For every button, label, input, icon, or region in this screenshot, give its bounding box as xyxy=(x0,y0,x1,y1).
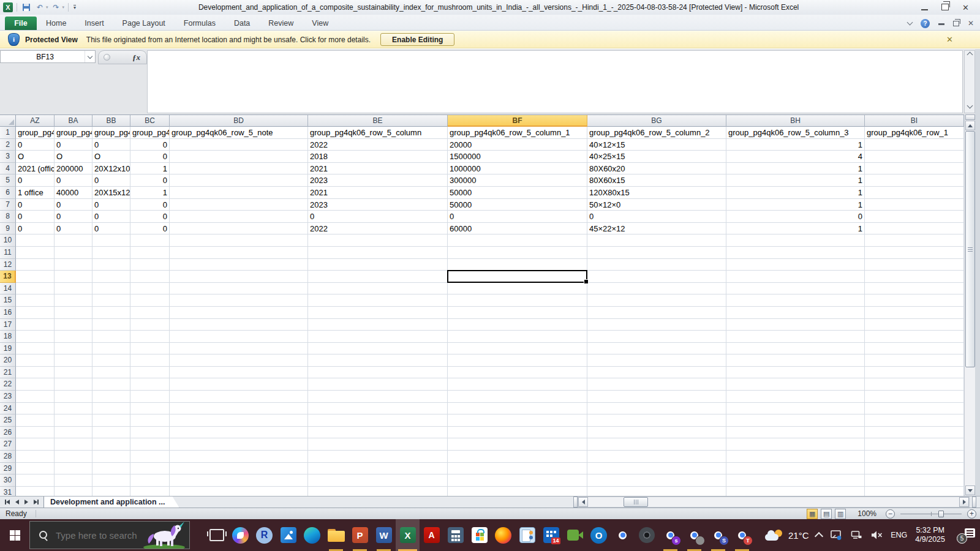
cell-BI24[interactable] xyxy=(865,403,964,415)
cell-BD10[interactable] xyxy=(170,234,308,247)
cell-BE16[interactable] xyxy=(308,307,448,319)
cell-BD26[interactable] xyxy=(170,427,308,439)
cell-BE2[interactable]: 2022 xyxy=(308,139,448,151)
cell-BB23[interactable] xyxy=(92,391,130,403)
cell-BH22[interactable] xyxy=(726,378,865,391)
photos-icon[interactable] xyxy=(276,519,300,551)
cell-BA3[interactable]: O xyxy=(55,151,92,163)
row-header-15[interactable]: 15 xyxy=(0,294,16,307)
cell-BA19[interactable] xyxy=(55,343,92,355)
network-icon[interactable] xyxy=(850,529,862,541)
cell-BG25[interactable] xyxy=(587,414,726,427)
taskbar-weather[interactable]: 21°C xyxy=(765,530,809,541)
zoom-in-button[interactable]: + xyxy=(967,509,976,519)
cell-BI23[interactable] xyxy=(865,391,964,403)
cell-BC26[interactable] xyxy=(130,427,170,439)
row-header-10[interactable]: 10 xyxy=(0,234,16,247)
cell-BC29[interactable] xyxy=(130,463,170,475)
cell-BG6[interactable]: 120X80x15 xyxy=(587,187,726,199)
cell-BB20[interactable] xyxy=(92,354,130,367)
cell-BG18[interactable] xyxy=(587,331,726,343)
cell-BB6[interactable]: 20X15x12 xyxy=(92,187,130,199)
language-indicator[interactable]: ENG xyxy=(891,531,907,539)
formula-scroll-up-icon[interactable] xyxy=(967,52,973,58)
cell-BB19[interactable] xyxy=(92,343,130,355)
cell-AZ24[interactable] xyxy=(16,403,55,415)
cell-BI29[interactable] xyxy=(865,463,964,475)
cell-BI20[interactable] xyxy=(865,354,964,367)
cell-BH12[interactable] xyxy=(726,259,865,271)
chrome-icon[interactable] xyxy=(611,519,635,551)
cell-BF1[interactable]: group_pg4qk06_row_5_column_1 xyxy=(448,127,587,139)
cell-BD19[interactable] xyxy=(170,343,308,355)
cell-BC30[interactable] xyxy=(130,474,170,487)
cell-BF14[interactable] xyxy=(448,283,587,295)
cell-BA31[interactable] xyxy=(55,487,92,497)
cell-BB1[interactable]: group_pg4 xyxy=(92,127,130,139)
cell-BD13[interactable] xyxy=(170,271,308,283)
horizontal-scrollbar[interactable] xyxy=(578,497,970,508)
cell-BA5[interactable]: 0 xyxy=(55,174,92,187)
cell-AZ8[interactable]: 0 xyxy=(16,211,55,223)
cell-BD7[interactable] xyxy=(170,199,308,211)
cell-BD3[interactable] xyxy=(170,151,308,163)
cell-BE4[interactable]: 2021 xyxy=(308,163,448,175)
cell-BH19[interactable] xyxy=(726,343,865,355)
ribbon-tab-view[interactable]: View xyxy=(303,17,337,30)
cell-BA11[interactable] xyxy=(55,247,92,259)
cell-BD25[interactable] xyxy=(170,414,308,427)
minimize-window-button[interactable] xyxy=(921,4,928,12)
cell-BI11[interactable] xyxy=(865,247,964,259)
cell-BD21[interactable] xyxy=(170,367,308,379)
row-header-18[interactable]: 18 xyxy=(0,331,16,343)
cell-BG2[interactable]: 40×12×15 xyxy=(587,139,726,151)
cell-BC1[interactable]: group_pg4 xyxy=(130,127,170,139)
cell-BE12[interactable] xyxy=(308,259,448,271)
cell-BI8[interactable] xyxy=(865,211,964,223)
cell-BE13[interactable] xyxy=(308,271,448,283)
cell-BI1[interactable]: group_pg4qk06_row_1 xyxy=(865,127,964,139)
vertical-split-handle[interactable] xyxy=(965,114,975,120)
cell-BA2[interactable]: 0 xyxy=(55,139,92,151)
cell-BH3[interactable]: 4 xyxy=(726,151,865,163)
cell-AZ27[interactable] xyxy=(16,438,55,451)
cell-BG28[interactable] xyxy=(587,451,726,463)
fill-handle[interactable] xyxy=(584,279,589,284)
tab-split-handle[interactable] xyxy=(573,497,578,508)
cell-BB13[interactable] xyxy=(92,271,130,283)
undo-button[interactable]: ↶ xyxy=(34,2,45,13)
row-header-13[interactable]: 13 xyxy=(0,271,16,283)
cell-AZ23[interactable] xyxy=(16,391,55,403)
cell-BA26[interactable] xyxy=(55,427,92,439)
column-header-AZ[interactable]: AZ xyxy=(16,115,55,127)
cell-AZ16[interactable] xyxy=(16,307,55,319)
ribbon-tab-review[interactable]: Review xyxy=(259,17,303,30)
cell-AZ21[interactable] xyxy=(16,367,55,379)
cell-BA8[interactable]: 0 xyxy=(55,211,92,223)
first-sheet-button[interactable] xyxy=(5,500,10,504)
cell-BE28[interactable] xyxy=(308,451,448,463)
cell-BC12[interactable] xyxy=(130,259,170,271)
cell-BH2[interactable]: 1 xyxy=(726,139,865,151)
cell-BG21[interactable] xyxy=(587,367,726,379)
cell-BF16[interactable] xyxy=(448,307,587,319)
row-header-30[interactable]: 30 xyxy=(0,474,16,487)
cell-BC8[interactable]: 0 xyxy=(130,211,170,223)
cell-BC24[interactable] xyxy=(130,403,170,415)
cell-BG29[interactable] xyxy=(587,463,726,475)
scroll-up-button[interactable] xyxy=(965,121,975,130)
cell-BI6[interactable] xyxy=(865,187,964,199)
cell-BF19[interactable] xyxy=(448,343,587,355)
edge-icon[interactable] xyxy=(300,519,324,551)
outlook-icon[interactable]: O xyxy=(587,519,611,551)
row-header-17[interactable]: 17 xyxy=(0,319,16,331)
insert-function-icon[interactable]: ƒx xyxy=(132,53,140,62)
cell-BG17[interactable] xyxy=(587,319,726,331)
word-icon[interactable]: W xyxy=(372,519,396,551)
cell-AZ14[interactable] xyxy=(16,283,55,295)
cell-BE27[interactable] xyxy=(308,438,448,451)
cell-BF9[interactable]: 60000 xyxy=(448,223,587,235)
cell-BA20[interactable] xyxy=(55,354,92,367)
cell-BI5[interactable] xyxy=(865,174,964,187)
cell-BD5[interactable] xyxy=(170,174,308,187)
